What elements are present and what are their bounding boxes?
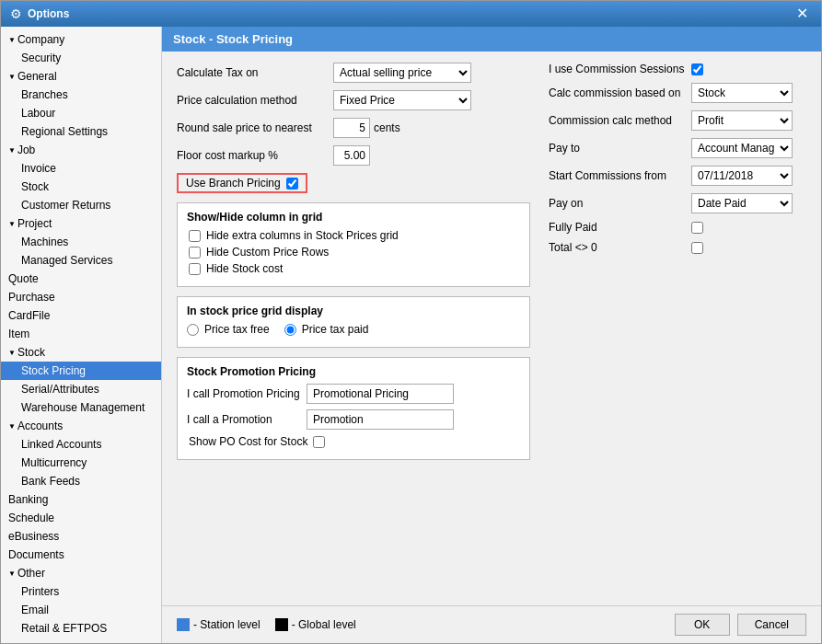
hide-extra-cols-label: Hide extra columns in Stock Prices grid	[206, 229, 399, 242]
start-from-row: Start Commissions from 07/11/2018	[549, 166, 806, 186]
ok-button[interactable]: OK	[675, 614, 730, 636]
hide-extra-cols-checkbox[interactable]	[189, 230, 201, 242]
total-not-zero-row: Total <> 0	[549, 241, 806, 254]
title-bar: ⚙ Options ✕	[1, 1, 821, 27]
right-panel: I use Commission Sessions Calc commissio…	[549, 63, 806, 594]
start-from-select[interactable]: 07/11/2018	[691, 166, 793, 186]
sidebar-item-stock[interactable]: ▼ Stock	[1, 343, 161, 362]
price-tax-free-radio[interactable]	[187, 324, 199, 336]
sidebar-item-accounts[interactable]: ▼ Accounts	[1, 417, 161, 435]
sidebar-item-linked-accounts[interactable]: Linked Accounts	[1, 435, 161, 454]
round-sale-row: Round sale price to nearest cents	[177, 118, 530, 138]
show-po-cost-checkbox[interactable]	[313, 436, 325, 448]
sidebar-item-warehouse-management[interactable]: Warehouse Management	[1, 398, 161, 417]
price-calc-label: Price calculation method	[177, 94, 333, 107]
sidebar-item-item[interactable]: Item	[1, 325, 161, 343]
start-from-label: Start Commissions from	[549, 169, 691, 182]
close-button[interactable]: ✕	[793, 6, 812, 21]
hide-custom-rows-checkbox[interactable]	[189, 247, 201, 259]
window-icon: ⚙	[10, 6, 22, 21]
price-tax-free-row: Price tax free	[187, 323, 270, 336]
total-not-zero-checkbox[interactable]	[691, 242, 703, 254]
cents-label: cents	[374, 121, 400, 134]
triangle-icon: ▼	[8, 569, 16, 578]
pay-on-select[interactable]: Date Paid	[691, 193, 793, 213]
fully-paid-checkbox[interactable]	[691, 222, 703, 234]
pay-to-select[interactable]: Account Manager	[691, 138, 793, 158]
sidebar-item-security[interactable]: Security	[1, 49, 161, 67]
sidebar-item-serial-attributes[interactable]: Serial/Attributes	[1, 380, 161, 398]
calc-based-select[interactable]: Stock	[691, 83, 793, 103]
global-legend-item: - Global level	[275, 618, 356, 631]
calculate-tax-row: Calculate Tax on Actual selling price	[177, 63, 530, 83]
sidebar-item-job[interactable]: ▼ Job	[1, 141, 161, 159]
hide-custom-rows-row: Hide Custom Price Rows	[187, 246, 520, 259]
sidebar-item-cardfile[interactable]: CardFile	[1, 306, 161, 325]
sidebar-item-project[interactable]: ▼ Project	[1, 214, 161, 233]
sidebar-item-schedule[interactable]: Schedule	[1, 509, 161, 527]
floor-cost-input[interactable]	[333, 145, 370, 166]
sidebar-item-ebusiness[interactable]: eBusiness	[1, 527, 161, 546]
options-window: ⚙ Options ✕ ▼ Company Security ▼ General…	[0, 0, 822, 644]
show-hide-title: Show/Hide column in grid	[187, 211, 520, 224]
sidebar-item-managed-services[interactable]: Managed Services	[1, 251, 161, 270]
cancel-button[interactable]: Cancel	[737, 614, 806, 636]
sidebar-item-general[interactable]: ▼ General	[1, 67, 161, 86]
branch-pricing-checkbox[interactable]	[286, 178, 298, 190]
main-header: Stock - Stock Pricing	[162, 27, 821, 52]
global-legend-icon	[275, 618, 288, 631]
sidebar-item-banking[interactable]: Banking	[1, 490, 161, 509]
sidebar-item-documents[interactable]: Documents	[1, 546, 161, 564]
sidebar-item-printers[interactable]: Printers	[1, 582, 161, 601]
commission-sessions-row: I use Commission Sessions	[549, 63, 806, 75]
branch-pricing-box: Use Branch Pricing	[177, 173, 307, 193]
sidebar-item-machines[interactable]: Machines	[1, 233, 161, 251]
sidebar-item-labour[interactable]: Labour	[1, 104, 161, 122]
price-tax-paid-label: Price tax paid	[302, 323, 369, 336]
footer-buttons: OK Cancel	[675, 614, 806, 636]
sidebar-item-other[interactable]: ▼ Other	[1, 564, 161, 582]
pay-to-row: Pay to Account Manager	[549, 138, 806, 158]
sidebar-item-multicurrency[interactable]: Multicurrency	[1, 454, 161, 472]
total-not-zero-label: Total <> 0	[549, 241, 691, 254]
round-sale-label: Round sale price to nearest	[177, 121, 333, 134]
sidebar-item-retail-eftpos[interactable]: Retail & EFTPOS	[1, 619, 161, 638]
price-calc-row: Price calculation method Fixed Price	[177, 90, 530, 110]
triangle-icon: ▼	[8, 36, 16, 44]
sidebar-item-purchase[interactable]: Purchase	[1, 288, 161, 306]
sidebar-item-regional-settings[interactable]: Regional Settings	[1, 122, 161, 141]
sidebar: ▼ Company Security ▼ General Branches La…	[1, 27, 162, 643]
hide-stock-cost-checkbox[interactable]	[189, 263, 201, 275]
promo-pricing-input[interactable]	[307, 384, 454, 404]
commission-sessions-checkbox[interactable]	[691, 63, 703, 75]
calc-method-select[interactable]: Profit	[691, 110, 793, 131]
promo-pricing-row: I call Promotion Pricing	[187, 384, 520, 404]
show-po-cost-row: Show PO Cost for Stock	[187, 435, 520, 448]
hide-stock-cost-row: Hide Stock cost	[187, 262, 520, 275]
left-panel: Calculate Tax on Actual selling price Pr…	[177, 63, 530, 594]
hide-stock-cost-label: Hide Stock cost	[206, 262, 283, 275]
sidebar-item-email[interactable]: Email	[1, 601, 161, 619]
sidebar-item-invoice[interactable]: Invoice	[1, 159, 161, 178]
price-tax-paid-radio[interactable]	[284, 324, 296, 336]
station-legend-item: - Station level	[177, 618, 260, 631]
round-sale-input[interactable]	[333, 118, 370, 138]
price-calc-select[interactable]: Fixed Price	[333, 90, 471, 110]
main-panel: Stock - Stock Pricing Calculate Tax on A…	[162, 27, 821, 643]
sidebar-item-stock-pricing[interactable]: Stock Pricing	[1, 362, 161, 380]
sidebar-item-quote[interactable]: Quote	[1, 270, 161, 288]
promotion-label: I call a Promotion	[187, 413, 307, 426]
floor-cost-row: Floor cost markup %	[177, 145, 530, 166]
branch-pricing-row: Use Branch Pricing	[177, 173, 530, 193]
sidebar-item-branches[interactable]: Branches	[1, 86, 161, 104]
calc-method-label: Commission calc method	[549, 114, 691, 127]
promotion-input[interactable]	[307, 409, 454, 430]
triangle-icon: ▼	[8, 220, 16, 228]
show-po-cost-label: Show PO Cost for Stock	[189, 435, 307, 448]
calculate-tax-select[interactable]: Actual selling price	[333, 63, 471, 83]
sidebar-item-company[interactable]: ▼ Company	[1, 30, 161, 49]
sidebar-item-stock-job[interactable]: Stock	[1, 178, 161, 196]
triangle-icon: ▼	[8, 73, 16, 81]
sidebar-item-customer-returns[interactable]: Customer Returns	[1, 196, 161, 214]
sidebar-item-bank-feeds[interactable]: Bank Feeds	[1, 472, 161, 490]
